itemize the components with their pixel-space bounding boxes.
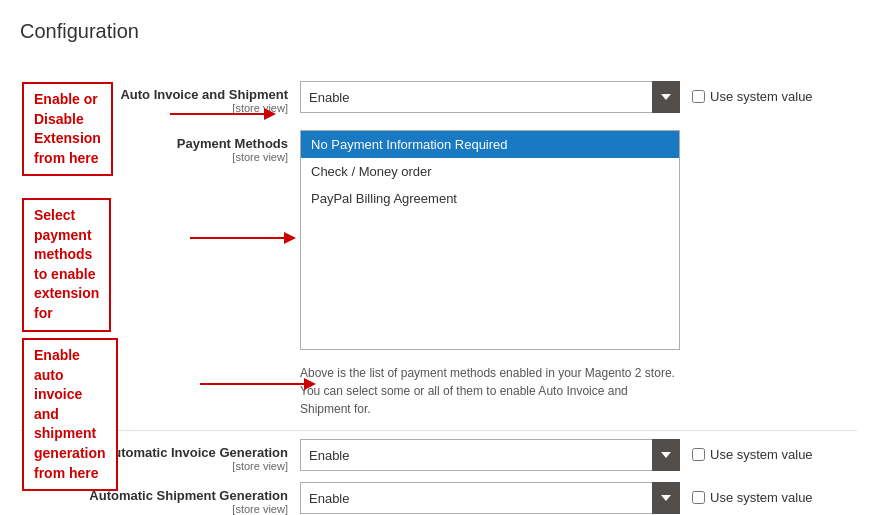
annotation-auto-invoice-box: Enable auto invoice and shipment generat… xyxy=(22,338,118,491)
payment-methods-control-col: No Payment Information Required Check / … xyxy=(300,130,857,350)
auto-invoice-shipment-use-system: Use system value xyxy=(692,89,813,104)
divider-1 xyxy=(20,430,857,431)
auto-shipment-gen-checkbox[interactable] xyxy=(692,491,705,504)
payment-methods-description: Above is the list of payment methods ena… xyxy=(300,364,680,418)
auto-shipment-gen-select-wrapper[interactable]: Enable Disable xyxy=(300,482,680,514)
payment-methods-desc-col: Above is the list of payment methods ena… xyxy=(300,358,857,418)
use-system-value-label-inv: Use system value xyxy=(710,447,813,462)
payment-option-2[interactable]: PayPal Billing Agreement xyxy=(301,185,679,212)
auto-invoice-gen-select-wrapper[interactable]: Enable Disable xyxy=(300,439,680,471)
auto-invoice-gen-checkbox[interactable] xyxy=(692,448,705,461)
payment-methods-multiselect[interactable]: No Payment Information Required Check / … xyxy=(300,130,680,350)
payment-methods-desc-row: Above is the list of payment methods ena… xyxy=(20,358,857,418)
auto-invoice-shipment-control-col: Enable Disable Use system value xyxy=(300,81,857,113)
page-title: Configuration xyxy=(20,20,857,51)
use-system-value-label-ship: Use system value xyxy=(710,490,813,505)
auto-shipment-gen-control: Enable Disable xyxy=(300,482,680,514)
auto-shipment-gen-control-col: Enable Disable Use system value xyxy=(300,482,857,514)
auto-invoice-shipment-row: Auto Invoice and Shipment [store view] E… xyxy=(20,81,857,114)
auto-invoice-shipment-control: Enable Disable xyxy=(300,81,680,113)
annotation-enable-disable-box: Enable or Disable Extension from here xyxy=(22,82,113,176)
auto-invoice-gen-use-system: Use system value xyxy=(692,447,813,462)
annotation-payment-methods-box: Select payment methods to enable extensi… xyxy=(22,198,111,332)
annotation-payment-methods-arrow xyxy=(190,228,310,248)
auto-shipment-gen-select[interactable]: Enable Disable xyxy=(300,482,680,514)
payment-option-0[interactable]: No Payment Information Required xyxy=(301,131,679,158)
auto-invoice-gen-control-col: Enable Disable Use system value xyxy=(300,439,857,471)
auto-shipment-gen-sublabel: [store view] xyxy=(20,503,288,515)
auto-shipment-gen-row: Automatic Shipment Generation [store vie… xyxy=(20,482,857,515)
auto-invoice-gen-control: Enable Disable xyxy=(300,439,680,471)
auto-shipment-gen-use-system: Use system value xyxy=(692,490,813,505)
use-system-value-label: Use system value xyxy=(710,89,813,104)
payment-methods-row: Payment Methods [store view] No Payment … xyxy=(20,130,857,350)
auto-invoice-gen-row: Automatic Invoice Generation [store view… xyxy=(20,439,857,472)
auto-invoice-shipment-select-wrapper[interactable]: Enable Disable xyxy=(300,81,680,113)
payment-option-1[interactable]: Check / Money order xyxy=(301,158,679,185)
auto-invoice-gen-select[interactable]: Enable Disable xyxy=(300,439,680,471)
annotation-enable-disable-arrow xyxy=(170,104,290,124)
auto-invoice-shipment-checkbox[interactable] xyxy=(692,90,705,103)
auto-invoice-shipment-select[interactable]: Enable Disable xyxy=(300,81,680,113)
annotation-auto-invoice-arrow xyxy=(200,374,330,394)
